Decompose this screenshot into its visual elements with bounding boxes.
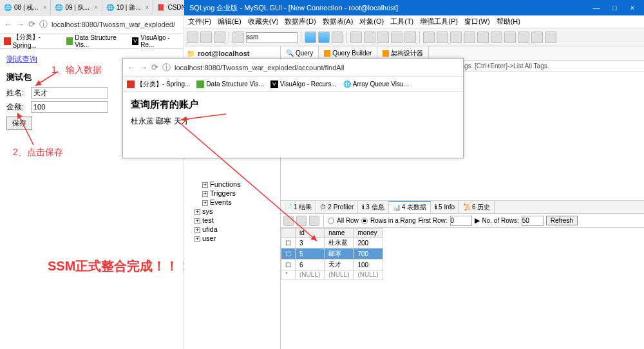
bookmark-item[interactable]: Data Structure Vis... [66, 34, 126, 48]
menu-obj[interactable]: 对象(O) [359, 17, 384, 26]
name-label: 姓名: [6, 88, 31, 99]
tree-item[interactable]: +test [187, 216, 278, 225]
table-row[interactable]: ☐6天才100 [281, 259, 383, 270]
info-icon[interactable]: ⓘ [39, 19, 48, 30]
tree-root[interactable]: 📁 root@localhost [187, 49, 278, 59]
rtb-icon[interactable] [309, 216, 319, 226]
rt-info[interactable]: ℹ 3 信息 [358, 201, 388, 213]
tb-icon[interactable] [364, 32, 375, 43]
first-row-input[interactable] [450, 216, 472, 226]
menu-power[interactable]: 增强工具(P) [420, 17, 458, 26]
rtb-icon[interactable] [296, 216, 307, 226]
address-bar[interactable]: localhost:8080/Twossm_war_exploded/ [52, 21, 180, 28]
tree-item[interactable]: +sys [187, 207, 278, 216]
save-button[interactable]: 保存 [6, 117, 32, 130]
tb-icon[interactable] [545, 32, 556, 43]
rt-tabledata[interactable]: 📊 4 表数据 [389, 201, 431, 213]
tb-db-icon[interactable] [232, 32, 244, 43]
tb-icon[interactable] [477, 32, 489, 43]
back-icon[interactable]: ← [127, 62, 135, 72]
num-rows-input[interactable] [522, 216, 544, 226]
tree-item[interactable]: +user [187, 234, 278, 243]
close-icon[interactable]: × [94, 4, 98, 11]
info-icon[interactable]: ⓘ [162, 62, 171, 73]
bookmark-item[interactable]: 【分类】- Spring... [127, 80, 190, 89]
table-row[interactable]: ☐3杜永蓝200 [281, 238, 383, 249]
table-row[interactable]: ☐5鄢寒700 [281, 249, 383, 259]
reload-icon[interactable]: ⟳ [28, 19, 35, 29]
tb-icon[interactable] [531, 32, 543, 43]
menu-window[interactable]: 窗口(W) [464, 17, 490, 26]
tb-run-icon[interactable] [305, 32, 316, 43]
tree-item[interactable]: +ufida [187, 225, 278, 234]
forward-icon[interactable]: → [16, 19, 24, 29]
tb-icon[interactable] [464, 32, 475, 43]
csdn-icon: 📕 [157, 4, 165, 11]
test-query-link[interactable]: 测试查询 [6, 55, 37, 64]
tb-icon[interactable] [350, 32, 362, 43]
browser-tab[interactable]: 🌐10 | 递...× [102, 0, 153, 15]
menu-fav[interactable]: 收藏夹(V) [248, 17, 279, 26]
tb-icon[interactable] [504, 32, 516, 43]
bookmark-item[interactable]: 【分类】- Spring... [4, 33, 60, 49]
tb-icon[interactable] [391, 32, 402, 43]
tab-strip: 🌐08 | 栈...× 🌐09 | 队...× 🌐10 | 递...× 📕CSD… [0, 0, 184, 15]
radio-range[interactable] [361, 218, 368, 224]
tree-item[interactable]: +Events [187, 198, 278, 207]
name-input[interactable] [31, 87, 108, 99]
tree-item[interactable]: +Triggers [187, 189, 278, 198]
menu-file[interactable]: 文件(F) [188, 17, 211, 26]
grid-header: id name money [281, 229, 383, 238]
amount-input[interactable] [31, 101, 108, 113]
toolbar [184, 28, 644, 46]
bookmark-item[interactable]: VVisuAlgo - Re... [132, 34, 180, 48]
browser-tab[interactable]: 🌐09 | 队...× [51, 0, 102, 15]
maximize-icon[interactable]: □ [608, 4, 621, 12]
left-browser-window: 🌐08 | 栈...× 🌐09 | 队...× 🌐10 | 递...× 📕CSD… [0, 0, 184, 349]
refresh-button[interactable]: Refresh [546, 216, 578, 225]
menu-help[interactable]: 帮助(H) [497, 17, 520, 26]
rt-result[interactable]: 📄 1 结果 [281, 201, 316, 213]
menu-table[interactable]: 数据表(A) [323, 17, 354, 26]
popup-address-bar[interactable]: localhost:8080/Twossm_war_exploded/accou… [175, 64, 459, 71]
tb-new-icon[interactable] [187, 32, 198, 43]
minimize-icon[interactable]: — [590, 4, 603, 12]
forward-icon[interactable]: → [139, 62, 147, 72]
tb-icon[interactable] [437, 32, 448, 43]
radio-all[interactable] [328, 218, 334, 224]
rt-info2[interactable]: ℹ 5 Info [431, 201, 459, 213]
data-grid: id name money ☐3杜永蓝200 ☐5鄢寒700 ☐6天才100 *… [281, 228, 644, 279]
tb-save-icon[interactable] [214, 32, 225, 43]
menu-tools[interactable]: 工具(T) [390, 17, 413, 26]
tb-icon[interactable] [491, 32, 502, 43]
table-row-null[interactable]: *(NULL)(NULL)(NULL) [281, 270, 383, 279]
rt-history[interactable]: 📜 6 历史 [459, 201, 495, 213]
close-icon[interactable]: × [43, 4, 47, 11]
menu-edit[interactable]: 编辑(E) [218, 17, 242, 26]
tb-icon[interactable] [377, 32, 389, 43]
back-icon[interactable]: ← [4, 19, 12, 29]
db-selector[interactable] [246, 32, 298, 42]
close-icon[interactable]: × [626, 4, 639, 12]
tb-stop-icon[interactable] [332, 32, 343, 43]
browser-tab[interactable]: 🌐08 | 栈...× [0, 0, 51, 15]
tb-icon[interactable] [518, 32, 529, 43]
rtb-icon[interactable] [283, 216, 294, 226]
tb-run2-icon[interactable] [318, 32, 330, 43]
bookmark-item[interactable]: Data Structure Vis... [196, 80, 263, 88]
menu-db[interactable]: 数据库(D) [285, 17, 316, 26]
tree-item[interactable]: +Functions [187, 180, 278, 189]
builder-icon [324, 50, 330, 57]
tb-open-icon[interactable] [200, 32, 212, 43]
bookmark-item[interactable]: 🌐Array Queue Visu... [343, 80, 409, 88]
window-title: SQLyog 企业版 - MySQL GUI - [New Connection… [189, 3, 398, 13]
tb-icon[interactable] [450, 32, 462, 43]
tb-icon[interactable] [423, 32, 435, 43]
reload-icon[interactable]: ⟳ [151, 62, 158, 72]
bookmark-item[interactable]: VVisuAlgo - Recurs... [270, 80, 337, 88]
close-icon[interactable]: × [146, 4, 149, 11]
window-controls: — □ × [590, 4, 639, 12]
tb-icon[interactable] [404, 32, 416, 43]
rt-profiler[interactable]: ⏱ 2 Profiler [316, 201, 358, 213]
redirect-popup-window: ← → ⟳ ⓘ localhost:8080/Twossm_war_explod… [122, 58, 464, 158]
